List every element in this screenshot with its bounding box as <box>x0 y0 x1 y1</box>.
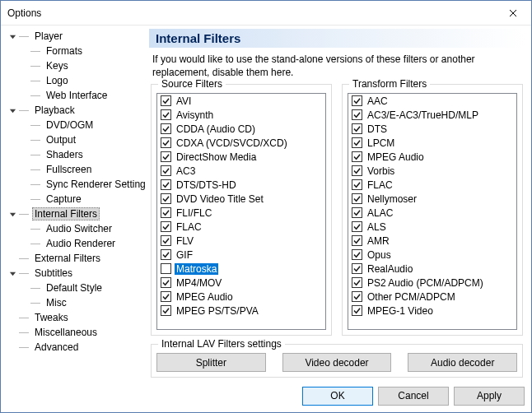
tree-item[interactable]: Miscellaneous <box>4 325 144 340</box>
list-item[interactable]: RealAudio <box>348 262 516 276</box>
tree-item[interactable]: Tweaks <box>4 310 144 325</box>
checkbox[interactable] <box>161 151 171 162</box>
list-item[interactable]: DVD Video Title Set <box>157 192 325 206</box>
list-item[interactable]: FLAC <box>157 220 325 234</box>
checkbox[interactable] <box>352 165 362 176</box>
list-item[interactable]: FLAC <box>348 178 516 192</box>
ok-button[interactable]: OK <box>302 387 373 406</box>
tree-item[interactable]: Internal Filters <box>4 206 144 221</box>
list-item[interactable]: Vorbis <box>348 164 516 178</box>
transform-filters-list[interactable]: AACAC3/E-AC3/TrueHD/MLPDTSLPCMMPEG Audio… <box>348 93 517 330</box>
checkbox[interactable] <box>352 277 362 288</box>
list-item[interactable]: Matroska <box>157 262 325 276</box>
list-item[interactable]: DirectShow Media <box>157 150 325 164</box>
list-item[interactable]: PS2 Audio (PCM/ADPCM) <box>348 276 516 290</box>
checkbox[interactable] <box>161 137 171 148</box>
chevron-down-icon[interactable] <box>7 105 17 115</box>
checkbox[interactable] <box>352 109 362 120</box>
list-item[interactable]: Nellymoser <box>348 192 516 206</box>
list-item[interactable]: MPEG Audio <box>157 290 325 304</box>
close-button[interactable] <box>494 1 531 25</box>
tree-item[interactable]: Sync Renderer Settings <box>4 177 144 192</box>
checkbox[interactable] <box>352 193 362 204</box>
list-item[interactable]: LPCM <box>348 136 516 150</box>
checkbox[interactable] <box>161 277 171 288</box>
tree-item[interactable]: Playback <box>4 103 144 118</box>
tree-item[interactable]: Audio Switcher <box>4 221 144 236</box>
checkbox[interactable] <box>161 235 171 246</box>
checkbox[interactable] <box>161 165 171 176</box>
tree-item[interactable]: Advanced <box>4 340 144 355</box>
list-item[interactable]: ALAC <box>348 206 516 220</box>
list-item[interactable]: DTS/DTS-HD <box>157 178 325 192</box>
checkbox[interactable] <box>161 193 171 204</box>
tree-item[interactable]: Keys <box>4 58 144 73</box>
checkbox[interactable] <box>352 123 362 134</box>
checkbox[interactable] <box>352 179 362 190</box>
list-item[interactable]: FLI/FLC <box>157 206 325 220</box>
checkbox[interactable] <box>352 305 362 316</box>
tree-item[interactable]: Output <box>4 132 144 147</box>
checkbox[interactable] <box>161 263 171 274</box>
list-item[interactable]: MPEG-1 Video <box>348 304 516 318</box>
checkbox[interactable] <box>352 221 362 232</box>
tree-item[interactable]: Web Interface <box>4 88 144 103</box>
checkbox[interactable] <box>352 263 362 274</box>
chevron-down-icon[interactable] <box>7 268 17 278</box>
checkbox[interactable] <box>161 207 171 218</box>
checkbox[interactable] <box>161 249 171 260</box>
list-item[interactable]: AC3/E-AC3/TrueHD/MLP <box>348 108 516 122</box>
tree-item[interactable]: Fullscreen <box>4 162 144 177</box>
checkbox[interactable] <box>161 221 171 232</box>
apply-button[interactable]: Apply <box>454 387 525 406</box>
tree-item[interactable]: Capture <box>4 192 144 206</box>
video-decoder-button[interactable]: Video decoder <box>282 353 392 372</box>
checkbox[interactable] <box>352 249 362 260</box>
list-item[interactable]: MPEG Audio <box>348 150 516 164</box>
nav-tree[interactable]: PlayerFormatsKeysLogoWeb InterfacePlayba… <box>1 26 146 379</box>
list-item[interactable]: CDDA (Audio CD) <box>157 122 325 136</box>
checkbox[interactable] <box>161 109 171 120</box>
checkbox[interactable] <box>352 291 362 302</box>
tree-item[interactable]: Formats <box>4 44 144 58</box>
checkbox[interactable] <box>352 95 362 106</box>
list-item[interactable]: CDXA (VCD/SVCD/XCD) <box>157 136 325 150</box>
list-item[interactable]: AMR <box>348 234 516 248</box>
checkbox[interactable] <box>161 95 171 106</box>
tree-item[interactable]: DVD/OGM <box>4 118 144 132</box>
tree-item[interactable]: External Filters <box>4 251 144 266</box>
list-item[interactable]: AC3 <box>157 164 325 178</box>
list-item[interactable]: DTS <box>348 122 516 136</box>
chevron-down-icon[interactable] <box>7 209 17 219</box>
audio-decoder-button[interactable]: Audio decoder <box>408 353 517 372</box>
checkbox[interactable] <box>352 137 362 148</box>
checkbox[interactable] <box>161 291 171 302</box>
list-item[interactable]: MPEG PS/TS/PVA <box>157 304 325 318</box>
checkbox[interactable] <box>161 179 171 190</box>
splitter-button[interactable]: Splitter <box>156 353 266 372</box>
tree-item[interactable]: Shaders <box>4 147 144 162</box>
tree-item[interactable]: Subtitles <box>4 266 144 281</box>
list-item[interactable]: Avisynth <box>157 108 325 122</box>
tree-item[interactable]: Default Style <box>4 281 144 295</box>
checkbox[interactable] <box>352 235 362 246</box>
list-item[interactable]: Other PCM/ADPCM <box>348 290 516 304</box>
list-item[interactable]: AAC <box>348 94 516 108</box>
cancel-button[interactable]: Cancel <box>378 387 449 406</box>
checkbox[interactable] <box>161 123 171 134</box>
checkbox[interactable] <box>352 207 362 218</box>
list-item[interactable]: FLV <box>157 234 325 248</box>
list-item[interactable]: GIF <box>157 248 325 262</box>
tree-item[interactable]: Logo <box>4 73 144 88</box>
tree-item[interactable]: Player <box>4 29 144 44</box>
checkbox[interactable] <box>161 305 171 316</box>
list-item[interactable]: ALS <box>348 220 516 234</box>
source-filters-list[interactable]: AVIAvisynthCDDA (Audio CD)CDXA (VCD/SVCD… <box>156 93 326 330</box>
chevron-down-icon[interactable] <box>7 31 17 41</box>
tree-item[interactable]: Audio Renderer <box>4 236 144 251</box>
list-item[interactable]: AVI <box>157 94 325 108</box>
list-item[interactable]: Opus <box>348 248 516 262</box>
checkbox[interactable] <box>352 151 362 162</box>
list-item[interactable]: MP4/MOV <box>157 276 325 290</box>
tree-item[interactable]: Misc <box>4 295 144 310</box>
